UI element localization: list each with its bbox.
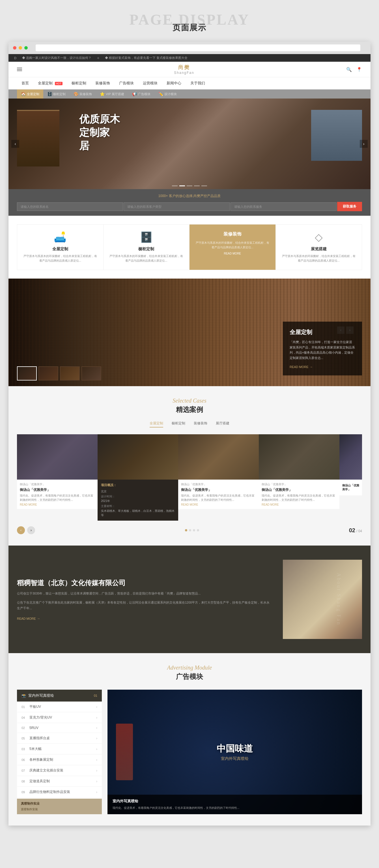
case-project-detail: 项目概况： 北京 设计时间： 2021年 主要材料： 实木胡桃木、草大相板，胡桃… xyxy=(98,479,178,521)
ads-item-06[interactable]: 06 各种形象展定制 › xyxy=(17,754,102,765)
sub-nav-ads[interactable]: 📢 广告模块 xyxy=(128,89,154,98)
about-title-en-vertical: About Shang Fan xyxy=(336,573,342,626)
ads-item-09[interactable]: 09 品牌衍生物料定制作品安装 › xyxy=(17,787,102,798)
services-grid: 🛋️ 全屋定制 严守原木与系原木的环保菌材，结合外来安装工程机柜，有着产品与品牌… xyxy=(17,224,362,270)
service-read-more-3[interactable]: READ MORE xyxy=(195,252,270,255)
ads-title-area: Advertising Module 广告模块 xyxy=(17,664,362,681)
sub-nav-vip[interactable]: ⭐ VIP 展厅搭建 xyxy=(96,89,128,98)
hero-dot-1[interactable] xyxy=(172,185,178,186)
cases-title-en: Selected Cases xyxy=(17,398,362,404)
ads-bottom-panel: 室内外写真喷绘 现代化、促进美术，有着我每户的灵活文化美感，它也丰富刺激的时间性… xyxy=(107,795,362,814)
nav-about[interactable]: 关于我们 xyxy=(186,77,210,89)
case-read-more-3[interactable]: READ MORE xyxy=(181,503,256,506)
sub-nav-label-3: 装修装饰 xyxy=(79,92,92,96)
cta-type-input[interactable] xyxy=(124,203,230,211)
cases-next-button[interactable]: › xyxy=(27,526,35,534)
hero-dot-5[interactable] xyxy=(201,185,207,186)
nav-full-custom[interactable]: 全屋定制 HOT xyxy=(33,77,67,89)
thumb-4-image xyxy=(82,367,101,380)
cta-section: 1000+ 客户的放心选择,尚樊严控产品品质 获取服务 xyxy=(8,189,371,216)
browser-url-bar xyxy=(36,44,360,51)
sub-nav-decoration[interactable]: 🎨 装修装饰 xyxy=(70,89,96,98)
cases-prev-button[interactable]: ‹ xyxy=(17,526,25,534)
exhibition-icon: ◇ xyxy=(281,231,356,243)
cases-dot-2[interactable] xyxy=(189,529,191,531)
ads-item-05[interactable]: 05 直播指挥台桌 › xyxy=(17,733,102,744)
ads-arrow-5: › xyxy=(96,736,97,740)
search-icon[interactable]: 🔍 xyxy=(346,66,352,72)
woodwork-thumb-2[interactable] xyxy=(38,366,58,380)
service-title-1: 全屋定制 xyxy=(23,247,98,252)
woodwork-read-more[interactable]: READ MORE → xyxy=(289,365,355,369)
case-info-5: 御汤山「优雅美学」 xyxy=(339,479,362,495)
about-read-more[interactable]: READ MORE → xyxy=(17,617,272,620)
hero-prev-button[interactable]: ‹ xyxy=(11,140,19,148)
service-full-custom: 🛋️ 全屋定制 严守原木与系原木的环保菌材，结合外来安装工程机柜，有着产品与品牌… xyxy=(17,224,104,270)
cases-dot-1[interactable] xyxy=(185,529,187,531)
nav-advertising[interactable]: 广告模块 xyxy=(114,77,138,89)
case-read-more-1[interactable]: READ MORE xyxy=(20,503,95,506)
page-title-area: PAGE DISPLAY 页面展示 xyxy=(0,11,379,33)
cases-dot-4[interactable] xyxy=(197,529,199,531)
hero-dot-4[interactable] xyxy=(194,185,200,186)
cases-tab-4[interactable]: 展厅搭建 xyxy=(216,421,229,428)
ads-sub-panel: 真喷制作实业 直喷制作安装 xyxy=(17,799,102,814)
location-icon[interactable]: 📍 xyxy=(356,66,362,72)
ads-item-08[interactable]: 08 定做道具定制 › xyxy=(17,776,102,787)
page-title-zh: 页面展示 xyxy=(0,22,379,33)
ads-item-07[interactable]: 07 庆典建立文化插台安装 › xyxy=(17,765,102,776)
browser-dot-red[interactable] xyxy=(13,46,16,50)
hero-dot-2[interactable] xyxy=(179,185,185,186)
browser-bar xyxy=(8,42,371,54)
sub-nav-cabinet[interactable]: 🗄️ 橱柜定制 xyxy=(43,89,70,98)
nav-cabinet-custom[interactable]: 橱柜定制 xyxy=(67,77,91,89)
ads-item-04[interactable]: 04 亚克力/背光UV › xyxy=(17,712,102,723)
cta-submit-button[interactable]: 获取服务 xyxy=(337,202,362,211)
ads-item-02[interactable]: 02 5RUV › xyxy=(17,723,102,733)
logo-subtext: ShangFan xyxy=(174,71,194,75)
ads-text-3: 5米大幅 xyxy=(29,747,42,751)
browser-dot-yellow[interactable] xyxy=(19,46,22,50)
sub-nav-label-5: 广告模块 xyxy=(138,92,150,96)
hero-dot-3[interactable] xyxy=(187,185,192,186)
ads-layout: 📸 室内外写真喷绘 01 01 平板UV › xyxy=(17,690,362,814)
hero-dots xyxy=(172,185,207,186)
service-exhibition: ◇ 展览搭建 严守原木与系原木的环保菌材，结合外来安装工程机柜，有着产品与品牌的… xyxy=(276,224,362,270)
hero-next-button[interactable]: › xyxy=(360,140,368,148)
nav-decoration[interactable]: 装修装饰 xyxy=(91,77,114,89)
woodwork-thumb-4[interactable] xyxy=(81,366,101,380)
woodwork-thumb-1[interactable] xyxy=(17,366,37,380)
ads-num-4: 04 xyxy=(22,716,27,719)
browser-dot-green[interactable] xyxy=(24,46,28,50)
ads-num-9: 09 xyxy=(22,790,27,794)
woodwork-thumb-3[interactable] xyxy=(60,366,80,380)
ads-main-title-text: 中国味道 xyxy=(217,743,253,755)
cases-tab-1[interactable]: 全屋定制 xyxy=(150,421,163,428)
cta-service-input[interactable] xyxy=(231,203,337,211)
woodwork-description: 「尚樊」匠心专注30年，打造一家全方位家居家装系列产品，开拓高端木质家居家装定制… xyxy=(289,339,355,361)
ads-item-list: 01 平板UV › 04 亚克力/背光UV › 02 5 xyxy=(17,702,102,798)
nav-news[interactable]: 新闻中心 xyxy=(162,77,186,89)
nav-operations[interactable]: 运营模块 xyxy=(138,77,162,89)
cta-name-input[interactable] xyxy=(17,203,123,211)
service-title-2: 橱柜定制 xyxy=(109,247,184,252)
woodwork-banner: ‹ › 全屋定制 「尚樊」匠心专注30年，打造一家全方位家居家装系列产品，开拓高… xyxy=(8,279,371,386)
nav-home[interactable]: 首页 xyxy=(17,77,33,89)
ads-sub-item[interactable]: 直喷制作安装 xyxy=(21,807,98,811)
services-section: 🛋️ 全屋定制 严守原木与系原木的环保菌材，结合外来安装工程机柜，有着产品与品牌… xyxy=(8,216,371,279)
ads-item-01[interactable]: 01 平板UV › xyxy=(17,702,102,712)
service-desc-2: 严守原木与系原木的环保菌材，结合外来安装工程机柜，有着产品与品牌的品质感人群定位… xyxy=(109,254,184,263)
furniture-right-sofa xyxy=(311,110,362,161)
ads-item-03[interactable]: 03 5米大幅 › xyxy=(17,744,102,754)
sub-nav-full-custom[interactable]: 🏠 全屋定制 xyxy=(17,89,43,98)
website-content: D ◆ 选购一家人时设计风格不一致，设计出后如何？ ◆ ◆ 根据好复式装饰，有必… xyxy=(8,54,371,826)
service-title-3: 装修装饰 xyxy=(195,231,270,237)
cases-tab-2[interactable]: 橱柜定制 xyxy=(172,421,185,428)
case-desc-4: 现代化、促进美术，有着我每户的灵活文化美感，它也丰富刺激的时间性，文另的剧烈的了… xyxy=(262,493,337,502)
cases-dot-3[interactable] xyxy=(193,529,195,531)
hamburger-menu[interactable] xyxy=(17,68,22,71)
cases-tab-3[interactable]: 装修装饰 xyxy=(194,421,207,428)
case-read-more-4[interactable]: READ MORE xyxy=(262,503,337,506)
sub-nav-design[interactable]: ✏️ 设计模块 xyxy=(154,89,181,98)
site-logo[interactable]: 尚樊 ShangFan xyxy=(174,64,194,75)
